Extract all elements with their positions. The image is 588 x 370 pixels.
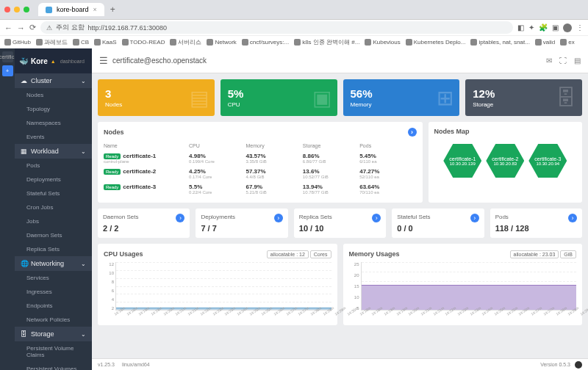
minimize-window[interactable] [14,7,20,12]
table-row[interactable]: Readycertificate-1control-plane 4.98%0.1… [104,150,417,166]
stat-card[interactable]: Stateful Sets›0 / 0 [392,208,484,238]
terminal-icon[interactable]: ▤ [574,57,581,65]
ready-badge: Ready [104,184,121,190]
bookmark-icon [406,39,412,46]
bookmark-item[interactable]: Kubevious [365,39,400,46]
bookmark-item[interactable]: 과레보드 [36,38,68,46]
close-window[interactable] [4,7,10,12]
bookmark-item[interactable]: Kubernetes Deplo... [406,39,466,46]
table-header: Name [104,143,189,148]
card-bg-icon: 🗄 [556,86,576,110]
table-row[interactable]: Readycertificate-3 5.5%0.22/4 Core 67.9%… [104,181,417,197]
back-button[interactable]: ← [4,23,12,32]
footer: v1.25.3 linux/amd64 Version 0.5.3 [92,358,588,370]
x-axis: 14:18m14:18m14:19m14:19m14:20m14:21m14:2… [115,312,331,319]
menu-header-storage[interactable]: 🗄Storage⌄ [15,327,92,341]
menu-item[interactable]: Services [15,271,92,285]
stat-expand-button[interactable]: › [274,214,283,222]
menu-item[interactable]: Network Policies [15,313,92,327]
stat-value: 10 / 10 [299,224,381,233]
table-row[interactable]: Readycertificate-2 4.25%0.17/4 Core 57.3… [104,166,417,181]
storage-icon: 🗄 [21,330,28,338]
menu-item[interactable]: Endpoints [15,299,92,313]
menu-item[interactable]: Persistent Volume Claims [15,341,92,362]
summary-card-cpu[interactable]: 5%CPU▣ [220,79,337,116]
summary-card-storage[interactable]: 12%Storage🗄 [465,79,582,116]
hamburger-icon[interactable]: ☰ [99,55,108,66]
reload-button[interactable]: ⟳ [29,23,36,32]
ext-icon[interactable]: 🧩 [539,23,548,32]
bookmark-item[interactable]: cncf/surveys:... [242,39,289,46]
stat-expand-button[interactable]: › [372,214,381,222]
expand-icon[interactable]: ⛶ [559,57,567,65]
node-name: certificate-3 [123,184,156,190]
stat-title: Stateful Sets [397,214,430,222]
bookmark-item[interactable]: iptables, nat, snat... [470,39,529,46]
menu-item[interactable]: Events [15,130,92,144]
menu-header-cluster[interactable]: ☁Cluster⌄ [15,73,92,88]
menu-item[interactable]: Pods [15,159,92,173]
ext-icon[interactable]: ▣ [552,23,559,32]
node-hex[interactable]: certificate-310.30.20.94 [528,144,567,178]
stat-card[interactable]: Daemon Sets›2 / 2 [98,208,190,238]
menu-item[interactable]: Persistent Volumes [15,362,92,370]
bookmark-item[interactable]: KaaS [94,39,117,46]
sidebar: 🐳 Kore ▲ dashboard ☁Cluster⌄NodesTopolog… [15,48,92,370]
bookmark-icon [365,39,371,46]
stat-expand-button[interactable]: › [176,214,184,222]
content: 3Nodes▤5%CPU▣56%Memory⊞12%Storage🗄 Nodes… [92,73,588,358]
mail-icon[interactable]: ✉ [546,57,552,65]
card-bg-icon: ▤ [190,86,209,110]
node-hex[interactable]: certificate-210.30.20.83 [486,144,524,178]
logo-sub: dashboard [60,59,85,64]
stat-card[interactable]: Pods›118 / 128 [490,208,582,238]
menu-item[interactable]: Replica Sets [15,242,92,256]
summary-card-memory[interactable]: 56%Memory⊞ [343,79,460,116]
menu-item[interactable]: Cron Jobs [15,200,92,214]
bookmark-icon [294,39,301,46]
github-icon[interactable] [575,361,582,369]
nodes-expand-button[interactable]: › [408,128,417,137]
menu-item[interactable]: Namespaces [15,116,92,130]
menu-item[interactable]: Deployments [15,173,92,186]
rail-add-button[interactable]: + [2,65,13,76]
browser-tab[interactable]: kore-board × [38,3,104,16]
bookmark-item[interactable]: CB [73,39,89,46]
bookmark-item[interactable]: GitHub [4,39,31,46]
menu-icon[interactable]: ⋮ [576,23,584,32]
logo[interactable]: 🐳 Kore ▲ dashboard [15,48,92,73]
url-warning-label: 주의 요함 [56,23,85,32]
stat-expand-button[interactable]: › [470,214,479,222]
stat-card[interactable]: Deployments›7 / 7 [196,208,287,238]
menu-item[interactable]: Jobs [15,214,92,228]
bookmark-icon [560,39,567,46]
insecure-icon: ⚠ [46,24,52,32]
bookmark-item[interactable]: k8s 인증 완벽이해 #... [294,38,359,46]
rail-certificate[interactable]: certific. [2,51,13,62]
new-tab-button[interactable]: + [110,4,115,15]
bookmark-item[interactable]: TODO-READ [122,39,165,46]
maximize-window[interactable] [24,7,29,12]
bookmark-item[interactable]: ex [560,39,574,46]
forward-button[interactable]: → [17,23,25,32]
node-hex[interactable]: certificate-110.30.20.139 [443,144,481,178]
menu-item[interactable]: Nodes [15,88,92,102]
avatar-icon[interactable] [563,23,572,32]
stat-expand-button[interactable]: › [568,214,577,222]
menu-item[interactable]: Topology [15,102,92,116]
ext-icon[interactable]: ✦ [528,23,534,32]
summary-card-nodes[interactable]: 3Nodes▤ [98,79,215,116]
menu-header-workload[interactable]: ▦Workload⌄ [15,144,92,159]
menu-header-networking[interactable]: 🌐Networking⌄ [15,256,92,271]
bookmark-item[interactable]: valid [535,39,555,46]
ext-icon[interactable]: ◧ [517,23,524,32]
url-input[interactable]: ⚠ 주의 요함 http://192.168.77.61:30080 [40,21,513,34]
bookmark-item[interactable]: Network [207,39,236,46]
stat-card[interactable]: Replica Sets›10 / 10 [294,208,386,238]
menu-item[interactable]: Ingresses [15,285,92,299]
menu-item[interactable]: Stateful Sets [15,186,92,200]
y-axis: 12108642 [104,262,114,311]
close-tab-icon[interactable]: × [93,6,97,13]
bookmark-item[interactable]: 서버리스 [170,38,201,46]
menu-item[interactable]: Daemon Sets [15,228,92,242]
